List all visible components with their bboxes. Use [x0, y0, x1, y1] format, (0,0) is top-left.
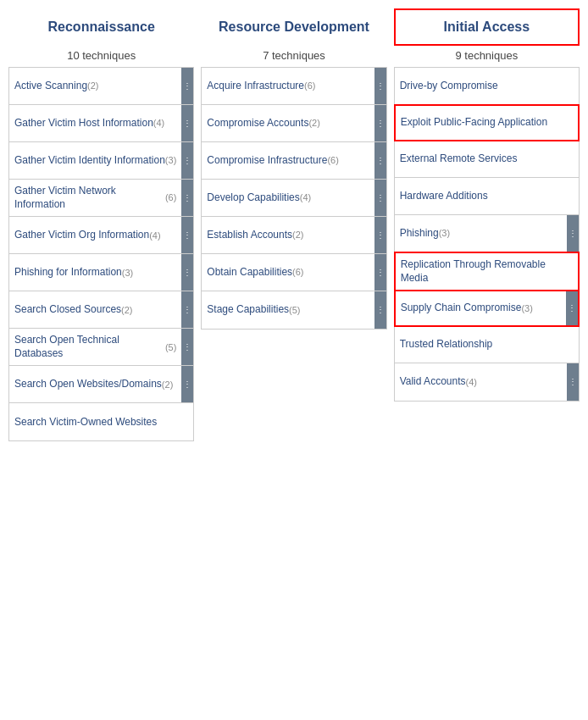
technique-item[interactable]: Exploit Public-Facing Application: [394, 104, 580, 141]
technique-label: Compromise Accounts (2): [202, 105, 374, 141]
mitre-matrix: Reconnaissance10 techniquesActive Scanni…: [8, 8, 580, 712]
technique-sidebar: [181, 403, 193, 440]
technique-count: (4): [465, 376, 476, 388]
technique-count: (2): [162, 379, 173, 390]
technique-sidebar: [181, 329, 193, 365]
technique-label: Valid Accounts (4): [395, 363, 567, 401]
technique-count: (2): [308, 117, 319, 129]
technique-label: Search Open Technical Databases (5): [9, 329, 181, 365]
technique-count: (3): [165, 154, 176, 166]
technique-sidebar: [181, 217, 193, 253]
techniques-list-resource-development: Acquire Infrastructure (6)Compromise Acc…: [201, 67, 386, 330]
column-subheader-initial-access: 9 techniques: [394, 49, 580, 62]
technique-label: Replication Through Removable Media: [396, 253, 566, 290]
technique-sidebar: [374, 254, 386, 291]
technique-item[interactable]: Establish Accounts (2): [202, 217, 386, 254]
technique-label: Trusted Relationship: [395, 326, 567, 363]
technique-item[interactable]: Stage Capabilities (5): [202, 291, 386, 329]
technique-item[interactable]: Compromise Infrastructure (6): [202, 142, 386, 180]
technique-item[interactable]: Replication Through Removable Media: [394, 252, 580, 291]
technique-sidebar: [566, 106, 578, 140]
technique-item[interactable]: Gather Victim Host Information (4): [9, 105, 193, 142]
column-header-resource-development: Resource Development: [201, 8, 386, 46]
technique-sidebar: [374, 142, 386, 179]
column-reconnaissance: Reconnaissance10 techniquesActive Scanni…: [8, 8, 194, 441]
technique-item[interactable]: Active Scanning (2): [9, 68, 193, 105]
technique-sidebar: [374, 291, 386, 329]
technique-item[interactable]: Trusted Relationship: [395, 326, 579, 363]
technique-label: Active Scanning (2): [9, 68, 181, 104]
technique-count: (5): [165, 341, 176, 353]
technique-label: Supply Chain Compromise (3): [396, 291, 566, 325]
technique-label: Search Closed Sources (2): [9, 291, 181, 328]
columns-container: Reconnaissance10 techniquesActive Scanni…: [8, 8, 580, 441]
technique-sidebar: [181, 142, 193, 179]
technique-item[interactable]: Supply Chain Compromise (3): [394, 290, 580, 327]
technique-sidebar: [374, 105, 386, 141]
technique-sidebar: [567, 363, 579, 401]
technique-item[interactable]: Compromise Accounts (2): [202, 105, 386, 142]
technique-label: Drive-by Compromise: [395, 68, 567, 104]
technique-label: Obtain Capabilities (6): [202, 254, 374, 291]
technique-label: Establish Accounts (2): [202, 217, 374, 253]
technique-item[interactable]: Search Closed Sources (2): [9, 291, 193, 329]
technique-count: (4): [300, 191, 311, 203]
technique-item[interactable]: Acquire Infrastructure (6): [202, 68, 386, 105]
technique-label: Gather Victim Host Information (4): [9, 105, 181, 141]
technique-item[interactable]: Develop Capabilities (4): [202, 180, 386, 217]
technique-label: Acquire Infrastructure (6): [202, 68, 374, 104]
technique-sidebar: [566, 291, 578, 325]
technique-sidebar: [374, 180, 386, 216]
column-header-initial-access: Initial Access: [394, 8, 580, 46]
technique-sidebar: [567, 178, 579, 214]
technique-item[interactable]: Phishing for Information (3): [9, 254, 193, 291]
technique-item[interactable]: Gather Victim Identity Information (3): [9, 142, 193, 180]
technique-count: (5): [289, 304, 300, 316]
technique-item[interactable]: External Remote Services: [395, 141, 579, 178]
column-subheader-reconnaissance: 10 techniques: [8, 49, 194, 62]
techniques-list-reconnaissance: Active Scanning (2)Gather Victim Host In…: [8, 67, 194, 441]
technique-item[interactable]: Search Open Technical Databases (5): [9, 329, 193, 366]
technique-item[interactable]: Drive-by Compromise: [395, 68, 579, 105]
technique-item[interactable]: Gather Victim Network Information (6): [9, 180, 193, 217]
technique-sidebar: [567, 215, 579, 252]
technique-item[interactable]: Obtain Capabilities (6): [202, 254, 386, 291]
column-initial-access: Initial Access9 techniquesDrive-by Compr…: [394, 8, 580, 402]
techniques-list-initial-access: Drive-by Compromise Exploit Public-Facin…: [394, 67, 580, 402]
technique-sidebar: [567, 141, 579, 177]
technique-item[interactable]: Phishing (3): [395, 215, 579, 252]
technique-item[interactable]: Search Open Websites/Domains (2): [9, 366, 193, 403]
technique-item[interactable]: Hardware Additions: [395, 178, 579, 215]
technique-count: (2): [87, 80, 98, 91]
technique-item[interactable]: Search Victim-Owned Websites: [9, 403, 193, 440]
technique-item[interactable]: Gather Victim Org Information (4): [9, 217, 193, 254]
technique-label: Gather Victim Org Information (4): [9, 217, 181, 253]
technique-sidebar: [181, 105, 193, 141]
technique-label: Phishing for Information (3): [9, 254, 181, 291]
technique-sidebar: [181, 366, 193, 402]
technique-sidebar: [181, 180, 193, 216]
technique-count: (6): [327, 154, 338, 166]
technique-label: External Remote Services: [395, 141, 567, 177]
column-subheader-resource-development: 7 techniques: [201, 49, 386, 62]
technique-label: Search Open Websites/Domains (2): [9, 366, 181, 402]
technique-sidebar: [374, 217, 386, 253]
technique-label: Phishing (3): [395, 215, 567, 252]
technique-count: (3): [521, 302, 532, 314]
technique-count: (2): [121, 304, 132, 316]
technique-label: Gather Victim Identity Information (3): [9, 142, 181, 179]
technique-sidebar: [566, 253, 578, 290]
column-header-reconnaissance: Reconnaissance: [8, 8, 194, 46]
technique-sidebar: [181, 254, 193, 291]
technique-sidebar: [181, 291, 193, 328]
technique-count: (6): [165, 191, 176, 203]
technique-count: (6): [292, 266, 303, 278]
technique-label: Gather Victim Network Information (6): [9, 180, 181, 216]
technique-label: Compromise Infrastructure (6): [202, 142, 374, 179]
technique-item[interactable]: Valid Accounts (4): [395, 363, 579, 401]
technique-label: Develop Capabilities (4): [202, 180, 374, 216]
technique-label: Exploit Public-Facing Application: [396, 106, 566, 140]
technique-label: Search Victim-Owned Websites: [9, 403, 181, 440]
technique-count: (4): [153, 117, 164, 129]
technique-label: Hardware Additions: [395, 178, 567, 214]
